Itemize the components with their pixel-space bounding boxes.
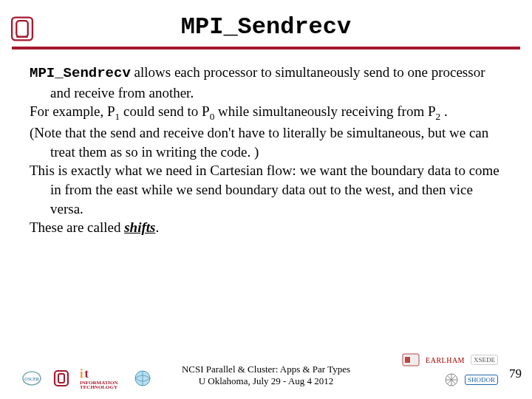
footer-logos-right: EARLHAM XSEDE SHODOR — [402, 353, 498, 387]
page-number: 79 — [509, 366, 522, 381]
sponsor-logo-icon — [402, 353, 420, 366]
svg-rect-1 — [16, 21, 27, 37]
paragraph-1: MPI_Sendrecv allows each processor to si… — [30, 63, 502, 102]
text: . — [155, 219, 159, 235]
slide-footer: OSCER it INFORMATION TECHNOLOGY NCSI Par… — [0, 356, 532, 392]
it-logo-icon: it INFORMATION TECHNOLOGY — [80, 368, 124, 389]
code-token: MPI_Sendrecv — [30, 65, 131, 81]
svg-rect-10 — [405, 357, 410, 363]
paragraph-5: These are called shifts. — [30, 218, 502, 237]
shodor-logo: SHODOR — [465, 375, 498, 385]
ou-logo-icon — [10, 16, 34, 41]
slide-body: MPI_Sendrecv allows each processor to si… — [0, 50, 532, 237]
paragraph-3: (Note that the send and receive don't ha… — [30, 123, 502, 161]
it-label-2: TECHNOLOGY — [80, 385, 117, 389]
xsede-logo: XSEDE — [471, 355, 498, 365]
wheel-logo-icon — [444, 372, 459, 387]
footer-line-1: NCSI Parallel & Cluster: Apps & Par Type… — [182, 364, 350, 375]
svg-rect-6 — [58, 374, 64, 383]
slide-title: MPI_Sendrecv — [0, 0, 532, 41]
text: These are called — [30, 219, 124, 235]
text: . — [440, 103, 448, 119]
paragraph-4: This is exactly what we need in Cartesia… — [30, 161, 502, 218]
footer-logos-left: OSCER it INFORMATION TECHNOLOGY — [21, 368, 154, 389]
text: For example, P — [30, 103, 115, 119]
footer-caption: NCSI Parallel & Cluster: Apps & Par Type… — [182, 364, 350, 388]
globe-logo-icon — [132, 368, 154, 389]
footer-line-2: U Oklahoma, July 29 - Aug 4 2012 — [182, 375, 350, 387]
oscer-logo-icon: OSCER — [21, 368, 43, 389]
paragraph-2: For example, P1 could send to P0 while s… — [30, 102, 502, 123]
text: could send to P — [120, 103, 209, 119]
earlham-logo: EARLHAM — [426, 356, 465, 364]
emphasis-shifts: shifts — [124, 219, 155, 235]
ou-small-logo-icon — [50, 368, 72, 389]
svg-text:OSCER: OSCER — [24, 377, 38, 381]
text: while simultaneously receiving from P — [214, 103, 435, 119]
